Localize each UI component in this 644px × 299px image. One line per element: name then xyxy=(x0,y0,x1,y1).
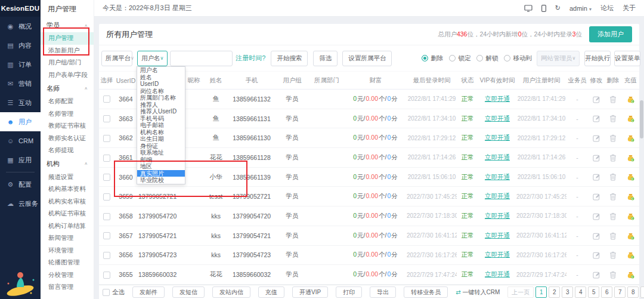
delete-icon[interactable] xyxy=(609,115,617,122)
secondary-nav-item[interactable]: 用户管理 ∧ xyxy=(41,32,94,45)
edit-icon[interactable] xyxy=(593,173,600,181)
vip-activate-link[interactable]: 立即开通 xyxy=(485,232,510,239)
secondary-nav-item[interactable]: 新闻管理 ∧ xyxy=(41,232,94,245)
row-checkbox[interactable] xyxy=(103,174,110,181)
move-target-select[interactable]: 网站管理员 ∨ xyxy=(537,51,580,66)
delete-icon[interactable] xyxy=(609,134,617,142)
delete-icon[interactable] xyxy=(609,271,617,279)
set-menu-button[interactable]: 设置菜单 xyxy=(614,51,640,66)
secondary-nav-item[interactable]: 轮播图管理 ∧ xyxy=(41,257,94,269)
secondary-nav-item[interactable]: 机构证书审核 ∧ xyxy=(41,208,94,220)
dropdown-option[interactable]: 身份证 xyxy=(137,143,185,150)
row-checkbox[interactable] xyxy=(103,95,110,103)
platform-select[interactable]: 所属平台 ∨ xyxy=(101,51,132,66)
bulk-action-button[interactable]: 开通VIP xyxy=(292,286,328,298)
admin-menu[interactable]: admin ▾ xyxy=(569,5,592,12)
filter-button[interactable]: 筛选 xyxy=(313,51,338,66)
dropdown-option[interactable]: 推荐人UserID xyxy=(137,108,185,115)
refresh-icon[interactable]: ↻ xyxy=(555,4,561,12)
vip-activate-link[interactable]: 立即开通 xyxy=(485,192,510,199)
edit-icon[interactable] xyxy=(593,95,600,103)
delete-icon[interactable] xyxy=(609,95,617,103)
register-time-link[interactable]: 注册时间? xyxy=(236,54,265,63)
page-number-button[interactable]: 9 xyxy=(640,286,644,298)
secondary-nav-item[interactable]: 环境管理 ∧ xyxy=(41,245,94,257)
row-checkbox[interactable] xyxy=(103,155,110,162)
recharge-icon[interactable] xyxy=(627,154,634,162)
page-number-button[interactable]: 6 xyxy=(601,286,612,298)
secondary-nav-item[interactable]: 用户组/部门 ∧ xyxy=(41,57,94,69)
dropdown-option[interactable]: 邮编 xyxy=(137,156,185,164)
secondary-nav-item[interactable]: 教师证书审核 ∧ xyxy=(41,120,94,132)
primary-nav-item[interactable]: ◉ 概况 xyxy=(0,17,41,36)
primary-nav-item[interactable]: ⚙ 配置 xyxy=(0,175,41,194)
bulk-action-radio[interactable]: 移动到 xyxy=(504,54,532,63)
select-all-checkbox[interactable]: 全选 xyxy=(103,288,125,297)
vip-activate-link[interactable]: 立即开通 xyxy=(485,173,510,180)
primary-nav-item[interactable]: ☺ CRM xyxy=(0,131,41,150)
vip-activate-link[interactable]: 立即开通 xyxy=(485,270,510,278)
recharge-icon[interactable] xyxy=(627,193,634,201)
search-button[interactable]: 开始搜索 xyxy=(271,51,308,66)
delete-icon[interactable] xyxy=(609,154,617,162)
dropdown-option[interactable]: 地区 xyxy=(137,163,185,170)
row-checkbox[interactable] xyxy=(103,213,110,220)
secondary-nav-item[interactable]: 分校管理 ∧ xyxy=(41,269,94,282)
page-number-button[interactable]: 3 xyxy=(562,286,573,298)
secondary-nav-item[interactable]: 名师管理 ∧ xyxy=(41,108,94,121)
keyword-input[interactable] xyxy=(170,51,233,66)
recharge-icon[interactable] xyxy=(627,95,634,103)
delete-icon[interactable] xyxy=(609,193,617,201)
edit-icon[interactable] xyxy=(593,212,600,220)
vip-activate-link[interactable]: 立即开通 xyxy=(485,251,510,258)
recharge-icon[interactable] xyxy=(627,251,634,259)
primary-nav-item[interactable]: ▤ 内容 xyxy=(0,36,41,55)
dropdown-option[interactable]: UserID xyxy=(137,81,185,88)
set-platform-button[interactable]: 设置所属平台 xyxy=(342,51,392,66)
prev-page-button[interactable]: 上一页 xyxy=(507,286,534,298)
secondary-nav-item[interactable]: 学员 ∧ xyxy=(41,18,94,32)
secondary-nav-item[interactable]: 名师配置 ∧ xyxy=(41,95,94,108)
dropdown-option[interactable]: 毕业院校 xyxy=(137,177,185,184)
add-user-button[interactable]: 添加用户 xyxy=(589,26,632,42)
bulk-action-button[interactable]: 打印 xyxy=(336,286,362,298)
edit-icon[interactable] xyxy=(593,193,600,201)
primary-nav-item[interactable]: ▥ 订单 xyxy=(0,55,41,74)
dropdown-option[interactable]: 电子邮箱 xyxy=(137,122,185,129)
dropdown-option[interactable]: 机构名称 xyxy=(137,129,185,136)
page-number-button[interactable]: 2 xyxy=(549,286,560,298)
dropdown-option[interactable]: 推荐人 xyxy=(137,101,185,109)
row-checkbox[interactable] xyxy=(103,135,110,142)
secondary-nav-item[interactable]: 名师提现 ∧ xyxy=(41,144,94,157)
vip-activate-link[interactable]: 立即开通 xyxy=(485,153,510,161)
crm-transfer-button[interactable]: ⇄ 一键转入CRM xyxy=(456,288,500,297)
secondary-nav-item[interactable]: 机构基本资料 ∧ xyxy=(41,183,94,196)
bulk-action-button[interactable]: 导出 xyxy=(370,286,396,298)
secondary-nav-item[interactable]: 机构实名审核 ∧ xyxy=(41,196,94,208)
row-checkbox[interactable] xyxy=(103,115,110,122)
secondary-nav-item[interactable]: 频道设置 ∧ xyxy=(41,171,94,184)
delete-icon[interactable] xyxy=(609,212,617,220)
recharge-icon[interactable] xyxy=(627,232,634,240)
edit-icon[interactable] xyxy=(593,251,600,259)
edit-icon[interactable] xyxy=(593,232,600,240)
edit-icon[interactable] xyxy=(593,134,600,142)
primary-nav-item[interactable]: ☰ 互动 xyxy=(0,93,41,112)
primary-nav-item[interactable]: ☻ 用户 xyxy=(0,112,41,131)
page-number-button[interactable]: 7 xyxy=(614,286,626,298)
topbar-link[interactable]: 论坛 xyxy=(600,4,614,13)
recharge-icon[interactable] xyxy=(627,134,634,142)
bulk-action-button[interactable]: 发邮件 xyxy=(132,286,165,298)
vip-activate-link[interactable]: 立即开通 xyxy=(485,212,510,219)
vip-activate-link[interactable]: 立即开通 xyxy=(485,95,510,102)
recharge-icon[interactable] xyxy=(627,115,634,122)
secondary-nav-item[interactable]: 教师实名认证 ∧ xyxy=(41,132,94,145)
dropdown-option[interactable]: 岗位名称 xyxy=(137,88,185,95)
delete-icon[interactable] xyxy=(609,251,617,259)
page-number-button[interactable]: 4 xyxy=(575,286,586,298)
dropdown-option[interactable]: 姓名 xyxy=(137,74,185,81)
page-number-button[interactable]: 8 xyxy=(627,286,639,298)
row-checkbox[interactable] xyxy=(103,193,110,201)
row-checkbox[interactable] xyxy=(103,272,110,279)
vip-activate-link[interactable]: 立即开通 xyxy=(485,115,510,122)
